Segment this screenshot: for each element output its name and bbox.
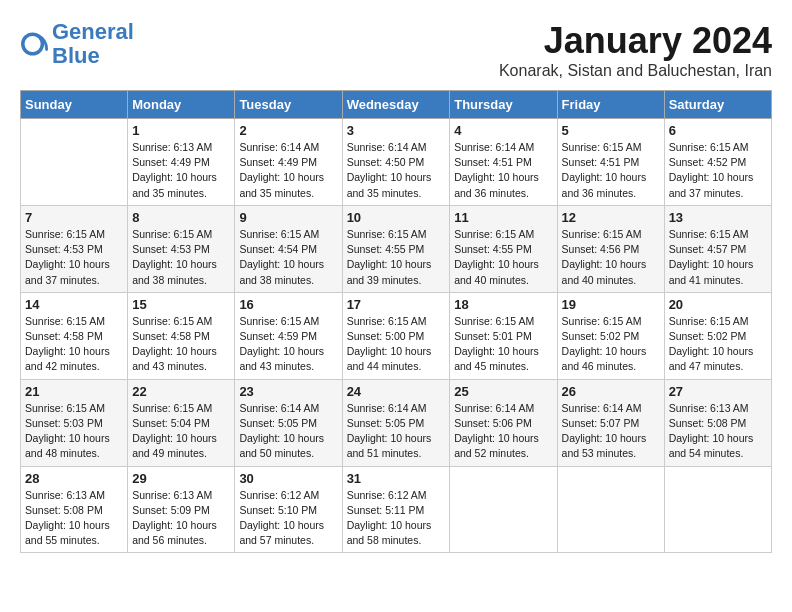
day-number: 30 — [239, 471, 337, 486]
calendar-cell: 15Sunrise: 6:15 AM Sunset: 4:58 PM Dayli… — [128, 292, 235, 379]
day-info: Sunrise: 6:14 AM Sunset: 5:05 PM Dayligh… — [347, 401, 446, 462]
day-info: Sunrise: 6:13 AM Sunset: 5:08 PM Dayligh… — [25, 488, 123, 549]
calendar-cell: 24Sunrise: 6:14 AM Sunset: 5:05 PM Dayli… — [342, 379, 450, 466]
calendar-cell: 28Sunrise: 6:13 AM Sunset: 5:08 PM Dayli… — [21, 466, 128, 553]
logo-line2: Blue — [52, 43, 100, 68]
day-info: Sunrise: 6:15 AM Sunset: 4:58 PM Dayligh… — [132, 314, 230, 375]
calendar-table: SundayMondayTuesdayWednesdayThursdayFrid… — [20, 90, 772, 553]
day-number: 29 — [132, 471, 230, 486]
header-wednesday: Wednesday — [342, 91, 450, 119]
calendar-cell: 13Sunrise: 6:15 AM Sunset: 4:57 PM Dayli… — [664, 205, 771, 292]
day-info: Sunrise: 6:13 AM Sunset: 5:08 PM Dayligh… — [669, 401, 767, 462]
calendar-week-4: 21Sunrise: 6:15 AM Sunset: 5:03 PM Dayli… — [21, 379, 772, 466]
calendar-cell — [664, 466, 771, 553]
calendar-cell: 8Sunrise: 6:15 AM Sunset: 4:53 PM Daylig… — [128, 205, 235, 292]
day-number: 20 — [669, 297, 767, 312]
calendar-cell: 30Sunrise: 6:12 AM Sunset: 5:10 PM Dayli… — [235, 466, 342, 553]
header-saturday: Saturday — [664, 91, 771, 119]
day-number: 10 — [347, 210, 446, 225]
day-number: 19 — [562, 297, 660, 312]
day-number: 9 — [239, 210, 337, 225]
calendar-cell: 19Sunrise: 6:15 AM Sunset: 5:02 PM Dayli… — [557, 292, 664, 379]
day-number: 28 — [25, 471, 123, 486]
day-info: Sunrise: 6:12 AM Sunset: 5:11 PM Dayligh… — [347, 488, 446, 549]
calendar-cell: 23Sunrise: 6:14 AM Sunset: 5:05 PM Dayli… — [235, 379, 342, 466]
day-info: Sunrise: 6:15 AM Sunset: 4:55 PM Dayligh… — [454, 227, 552, 288]
calendar-cell: 6Sunrise: 6:15 AM Sunset: 4:52 PM Daylig… — [664, 119, 771, 206]
day-info: Sunrise: 6:14 AM Sunset: 4:51 PM Dayligh… — [454, 140, 552, 201]
calendar-cell — [450, 466, 557, 553]
calendar-cell: 14Sunrise: 6:15 AM Sunset: 4:58 PM Dayli… — [21, 292, 128, 379]
day-info: Sunrise: 6:15 AM Sunset: 5:04 PM Dayligh… — [132, 401, 230, 462]
calendar-cell: 27Sunrise: 6:13 AM Sunset: 5:08 PM Dayli… — [664, 379, 771, 466]
logo-line1: General — [52, 19, 134, 44]
calendar-cell: 26Sunrise: 6:14 AM Sunset: 5:07 PM Dayli… — [557, 379, 664, 466]
calendar-cell: 25Sunrise: 6:14 AM Sunset: 5:06 PM Dayli… — [450, 379, 557, 466]
day-number: 21 — [25, 384, 123, 399]
day-info: Sunrise: 6:13 AM Sunset: 4:49 PM Dayligh… — [132, 140, 230, 201]
day-info: Sunrise: 6:15 AM Sunset: 4:59 PM Dayligh… — [239, 314, 337, 375]
day-info: Sunrise: 6:15 AM Sunset: 4:58 PM Dayligh… — [25, 314, 123, 375]
day-info: Sunrise: 6:15 AM Sunset: 5:01 PM Dayligh… — [454, 314, 552, 375]
calendar-cell: 3Sunrise: 6:14 AM Sunset: 4:50 PM Daylig… — [342, 119, 450, 206]
day-number: 13 — [669, 210, 767, 225]
day-info: Sunrise: 6:15 AM Sunset: 4:55 PM Dayligh… — [347, 227, 446, 288]
day-number: 3 — [347, 123, 446, 138]
logo-icon — [20, 30, 48, 58]
header-thursday: Thursday — [450, 91, 557, 119]
day-info: Sunrise: 6:14 AM Sunset: 5:05 PM Dayligh… — [239, 401, 337, 462]
day-info: Sunrise: 6:13 AM Sunset: 5:09 PM Dayligh… — [132, 488, 230, 549]
calendar-cell: 16Sunrise: 6:15 AM Sunset: 4:59 PM Dayli… — [235, 292, 342, 379]
day-number: 4 — [454, 123, 552, 138]
day-info: Sunrise: 6:15 AM Sunset: 4:57 PM Dayligh… — [669, 227, 767, 288]
day-info: Sunrise: 6:15 AM Sunset: 5:03 PM Dayligh… — [25, 401, 123, 462]
day-number: 11 — [454, 210, 552, 225]
calendar-cell: 18Sunrise: 6:15 AM Sunset: 5:01 PM Dayli… — [450, 292, 557, 379]
calendar-cell — [21, 119, 128, 206]
day-info: Sunrise: 6:15 AM Sunset: 4:53 PM Dayligh… — [25, 227, 123, 288]
day-number: 31 — [347, 471, 446, 486]
header-sunday: Sunday — [21, 91, 128, 119]
day-number: 7 — [25, 210, 123, 225]
calendar-cell: 7Sunrise: 6:15 AM Sunset: 4:53 PM Daylig… — [21, 205, 128, 292]
calendar-cell: 5Sunrise: 6:15 AM Sunset: 4:51 PM Daylig… — [557, 119, 664, 206]
calendar-week-3: 14Sunrise: 6:15 AM Sunset: 4:58 PM Dayli… — [21, 292, 772, 379]
day-number: 23 — [239, 384, 337, 399]
calendar-cell: 29Sunrise: 6:13 AM Sunset: 5:09 PM Dayli… — [128, 466, 235, 553]
day-number: 5 — [562, 123, 660, 138]
day-info: Sunrise: 6:15 AM Sunset: 5:02 PM Dayligh… — [562, 314, 660, 375]
day-info: Sunrise: 6:15 AM Sunset: 4:53 PM Dayligh… — [132, 227, 230, 288]
calendar-week-2: 7Sunrise: 6:15 AM Sunset: 4:53 PM Daylig… — [21, 205, 772, 292]
calendar-cell: 12Sunrise: 6:15 AM Sunset: 4:56 PM Dayli… — [557, 205, 664, 292]
calendar-week-5: 28Sunrise: 6:13 AM Sunset: 5:08 PM Dayli… — [21, 466, 772, 553]
calendar-cell: 2Sunrise: 6:14 AM Sunset: 4:49 PM Daylig… — [235, 119, 342, 206]
day-info: Sunrise: 6:14 AM Sunset: 5:06 PM Dayligh… — [454, 401, 552, 462]
day-number: 27 — [669, 384, 767, 399]
day-number: 26 — [562, 384, 660, 399]
calendar-subtitle: Konarak, Sistan and Baluchestan, Iran — [499, 62, 772, 80]
calendar-cell: 22Sunrise: 6:15 AM Sunset: 5:04 PM Dayli… — [128, 379, 235, 466]
day-info: Sunrise: 6:15 AM Sunset: 4:54 PM Dayligh… — [239, 227, 337, 288]
calendar-cell: 9Sunrise: 6:15 AM Sunset: 4:54 PM Daylig… — [235, 205, 342, 292]
logo: General Blue — [20, 20, 134, 68]
day-info: Sunrise: 6:15 AM Sunset: 4:56 PM Dayligh… — [562, 227, 660, 288]
calendar-week-1: 1Sunrise: 6:13 AM Sunset: 4:49 PM Daylig… — [21, 119, 772, 206]
day-info: Sunrise: 6:14 AM Sunset: 4:50 PM Dayligh… — [347, 140, 446, 201]
calendar-cell: 4Sunrise: 6:14 AM Sunset: 4:51 PM Daylig… — [450, 119, 557, 206]
header-friday: Friday — [557, 91, 664, 119]
day-info: Sunrise: 6:15 AM Sunset: 5:02 PM Dayligh… — [669, 314, 767, 375]
day-number: 22 — [132, 384, 230, 399]
day-number: 24 — [347, 384, 446, 399]
header-tuesday: Tuesday — [235, 91, 342, 119]
day-number: 17 — [347, 297, 446, 312]
calendar-cell: 21Sunrise: 6:15 AM Sunset: 5:03 PM Dayli… — [21, 379, 128, 466]
day-number: 8 — [132, 210, 230, 225]
day-info: Sunrise: 6:12 AM Sunset: 5:10 PM Dayligh… — [239, 488, 337, 549]
header-monday: Monday — [128, 91, 235, 119]
calendar-cell: 20Sunrise: 6:15 AM Sunset: 5:02 PM Dayli… — [664, 292, 771, 379]
day-info: Sunrise: 6:15 AM Sunset: 4:52 PM Dayligh… — [669, 140, 767, 201]
day-number: 14 — [25, 297, 123, 312]
calendar-cell — [557, 466, 664, 553]
day-info: Sunrise: 6:14 AM Sunset: 5:07 PM Dayligh… — [562, 401, 660, 462]
day-info: Sunrise: 6:14 AM Sunset: 4:49 PM Dayligh… — [239, 140, 337, 201]
